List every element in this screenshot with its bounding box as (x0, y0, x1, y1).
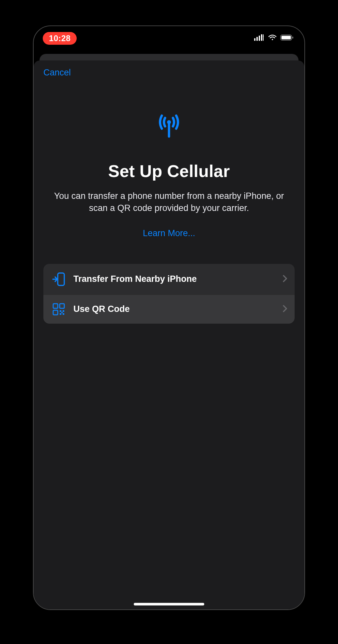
qr-code-icon (51, 303, 66, 316)
wifi-icon (268, 34, 277, 42)
chevron-right-icon (283, 305, 287, 314)
svg-point-5 (263, 36, 264, 37)
battery-icon (280, 34, 294, 42)
svg-rect-18 (63, 313, 64, 315)
svg-rect-1 (256, 37, 258, 41)
action-label: Use QR Code (73, 304, 283, 314)
sheet-header: Cancel (34, 60, 304, 78)
svg-rect-17 (60, 313, 61, 315)
svg-rect-12 (53, 304, 58, 308)
setup-cellular-sheet: Cancel Set Up Cellular Y (34, 60, 304, 609)
svg-rect-15 (60, 310, 61, 312)
status-time-recording-pill[interactable]: 10:28 (43, 32, 77, 45)
page-title: Set Up Cellular (108, 161, 230, 181)
svg-rect-4 (263, 34, 264, 41)
svg-rect-2 (259, 36, 260, 41)
svg-rect-3 (261, 34, 262, 41)
status-bar: 10:28 (34, 26, 304, 50)
chevron-right-icon (283, 275, 287, 283)
sheet-body: Set Up Cellular You can transfer a phone… (34, 78, 304, 324)
status-right (254, 34, 294, 42)
cellular-signal-icon (254, 34, 265, 42)
home-indicator[interactable] (134, 603, 204, 605)
cancel-button[interactable]: Cancel (43, 68, 71, 78)
svg-rect-16 (63, 310, 64, 312)
svg-rect-11 (58, 273, 64, 285)
svg-rect-14 (53, 310, 58, 315)
learn-more-link[interactable]: Learn More... (143, 228, 195, 238)
device-frame: 10:28 (33, 25, 305, 610)
action-label: Transfer From Nearby iPhone (73, 274, 283, 284)
action-list: Transfer From Nearby iPhone (43, 264, 295, 324)
action-use-qr-code[interactable]: Use QR Code (43, 295, 295, 324)
action-transfer-from-nearby-iphone[interactable]: Transfer From Nearby iPhone (43, 264, 295, 295)
svg-rect-0 (254, 38, 255, 41)
svg-rect-7 (282, 36, 291, 40)
svg-rect-8 (292, 37, 293, 39)
svg-rect-13 (60, 304, 64, 308)
transfer-phone-icon (51, 272, 66, 287)
svg-rect-19 (61, 312, 63, 313)
cellular-antenna-icon (151, 110, 187, 141)
page-description: You can transfer a phone number from a n… (43, 190, 295, 215)
